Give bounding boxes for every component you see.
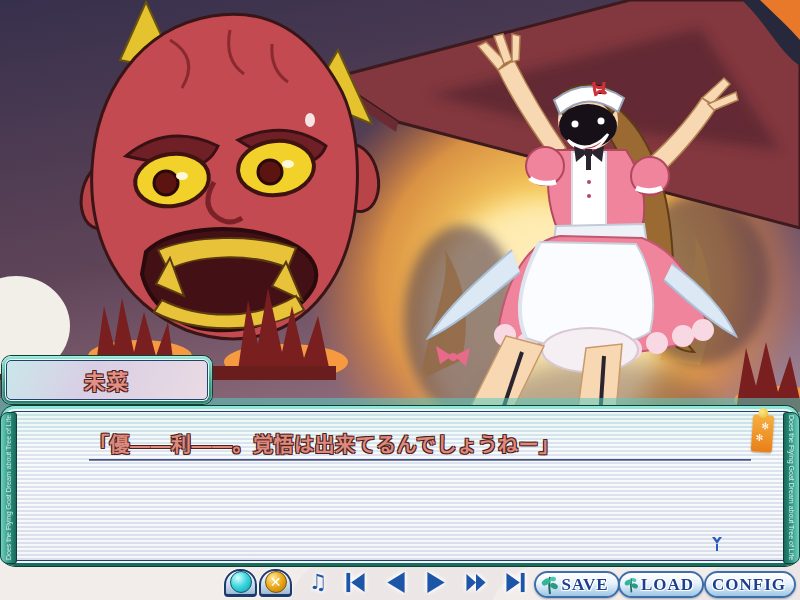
dialogue-side-tab-left: Does the Flying Goat Dream about Tree of… — [0, 412, 17, 564]
load-button[interactable]: LOAD — [618, 571, 704, 598]
leaf-sprig-icon — [541, 575, 559, 595]
advance-button[interactable] — [424, 571, 448, 594]
fast-forward-button[interactable] — [464, 571, 488, 594]
name-box: 未菜 — [2, 356, 212, 404]
dialogue-underline — [89, 459, 751, 461]
toolbar: ✕ ♫ SAVE — [0, 565, 800, 600]
config-button-label: CONFIG — [712, 575, 786, 595]
music-note-icon[interactable]: ♫ — [306, 571, 330, 594]
message-window-toggle-button[interactable] — [224, 569, 257, 597]
game-window: 未菜 「優――利――。覚悟は出来てるんでしょうねー」 Does the Flyi… — [0, 0, 800, 600]
side-tab-text-right: Does the Flying Goat Dream about Tree of… — [788, 415, 795, 560]
leaf-sprig-icon — [624, 575, 639, 595]
dialogue-text: 「優――利――。覚悟は出来てるんでしょうねー」 — [89, 429, 769, 458]
tag-clip — [758, 408, 769, 419]
message-window-toggle-icon — [230, 571, 252, 593]
dialogue-box-inner: 「優――利――。覚悟は出来てるんでしょうねー」 — [6, 411, 794, 561]
text-advance-indicator-icon — [710, 536, 724, 552]
message-window-close-icon: ✕ — [265, 571, 287, 593]
name-box-frame: 未菜 — [5, 359, 209, 401]
save-button[interactable]: SAVE — [534, 571, 620, 598]
name-box-inner: 未菜 — [6, 360, 208, 400]
skip-to-end-button[interactable] — [504, 571, 528, 594]
skip-to-start-button[interactable] — [343, 571, 367, 594]
close-x-glyph: ✕ — [266, 572, 286, 592]
dialogue-box-frame: 「優――利――。覚悟は出来てるんでしょうねー」 — [4, 409, 796, 563]
flower-glyph: ✻ — [761, 422, 769, 432]
rewind-button[interactable] — [384, 571, 408, 594]
speaker-name: 未菜 — [84, 365, 130, 395]
orange-bookmark-tag-icon: ✻ ✻ — [751, 414, 775, 452]
load-button-label: LOAD — [641, 575, 694, 595]
side-tab-text-left: Does the Flying Goat Dream about Tree of… — [5, 415, 12, 560]
config-button[interactable]: CONFIG — [704, 571, 796, 598]
message-window-close-button[interactable]: ✕ — [259, 569, 292, 597]
dialogue-box[interactable]: 「優――利――。覚悟は出来てるんでしょうねー」 — [1, 406, 799, 566]
music-note-glyph: ♫ — [309, 570, 328, 594]
dialogue-side-tab-right: Does the Flying Goat Dream about Tree of… — [783, 412, 800, 564]
flower-glyph: ✻ — [755, 434, 763, 444]
save-button-label: SAVE — [561, 575, 608, 595]
